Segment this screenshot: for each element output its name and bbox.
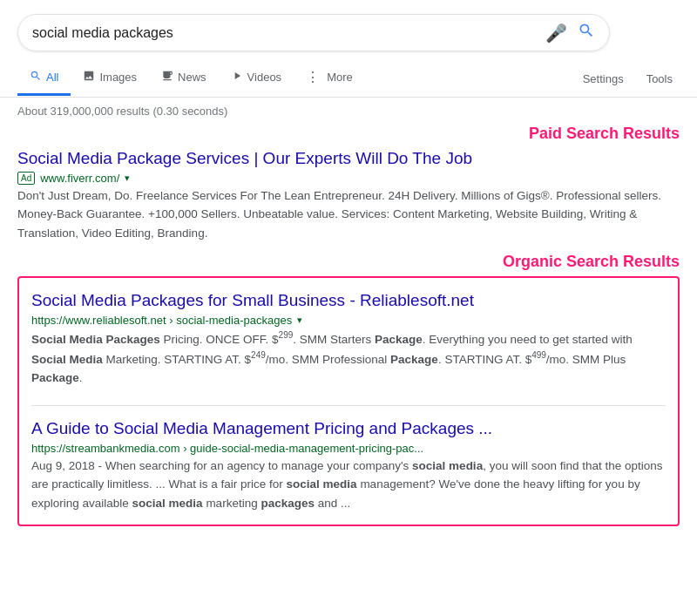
all-icon [30,70,42,85]
search-bar-icons: 🎤 [545,22,595,44]
videos-icon [231,70,243,85]
paid-search-label: Paid Search Results [17,125,680,143]
tab-news-label: News [178,71,206,84]
paid-result-desc: Don't Just Dream, Do. Freelance Services… [17,186,680,243]
organic-search-label: Organic Search Results [17,253,680,271]
paid-url-arrow: ▾ [125,173,130,184]
search-icon[interactable] [578,22,595,44]
news-icon [161,70,173,85]
search-bar[interactable]: social media packages 🎤 [17,14,610,51]
search-bar-container: social media packages 🎤 [0,0,697,60]
tab-all[interactable]: All [17,61,71,96]
tab-images[interactable]: Images [71,61,149,96]
mic-icon[interactable]: 🎤 [545,23,567,44]
organic-result-1-url: https://www.reliablesoft.net › social-me… [31,314,292,327]
organic-1-url-arrow: ▾ [297,315,302,326]
organic-result-1-title[interactable]: Social Media Packages for Small Business… [31,291,474,309]
paid-result-url-row: Ad www.fiverr.com/ ▾ [17,172,680,185]
tab-news[interactable]: News [149,61,219,96]
results-count: About 319,000,000 results (0.30 seconds) [17,105,680,118]
tools-link[interactable]: Tools [639,64,680,94]
images-icon [83,70,95,85]
tab-videos-label: Videos [247,71,282,84]
paid-result-url: www.fiverr.com/ [40,172,119,185]
organic-result-2-url-row: https://streambankmedia.com › guide-soci… [31,442,666,455]
organic-result-2: A Guide to Social Media Management Prici… [31,418,666,512]
results-container: About 319,000,000 results (0.30 seconds)… [0,98,697,544]
tab-more-label: More [327,71,353,84]
nav-tabs: All Images News Videos ⋮ More Settings T… [0,60,697,98]
organic-results-box: Social Media Packages for Small Business… [17,276,680,526]
tab-more[interactable]: ⋮ More [294,60,365,97]
tab-videos[interactable]: Videos [219,61,294,96]
paid-result-title[interactable]: Social Media Package Services | Our Expe… [17,149,472,167]
organic-divider [31,405,666,406]
tab-all-label: All [46,71,58,84]
tab-images-label: Images [99,71,137,84]
organic-result-1-desc: Social Media Packages Pricing. ONCE OFF.… [31,328,666,388]
settings-link[interactable]: Settings [576,64,631,94]
paid-result-1: Social Media Package Services | Our Expe… [17,148,680,242]
organic-result-1-url-row: https://www.reliablesoft.net › social-me… [31,314,666,327]
organic-result-2-url: https://streambankmedia.com › guide-soci… [31,442,423,455]
ad-badge: Ad [17,172,35,185]
nav-right: Settings Tools [576,64,680,94]
search-query: social media packages [32,25,545,41]
organic-result-2-desc: Aug 9, 2018 - When searching for an agen… [31,457,666,513]
more-icon: ⋮ [306,69,321,85]
organic-result-1: Social Media Packages for Small Business… [31,290,666,387]
organic-result-2-title[interactable]: A Guide to Social Media Management Prici… [31,419,492,437]
